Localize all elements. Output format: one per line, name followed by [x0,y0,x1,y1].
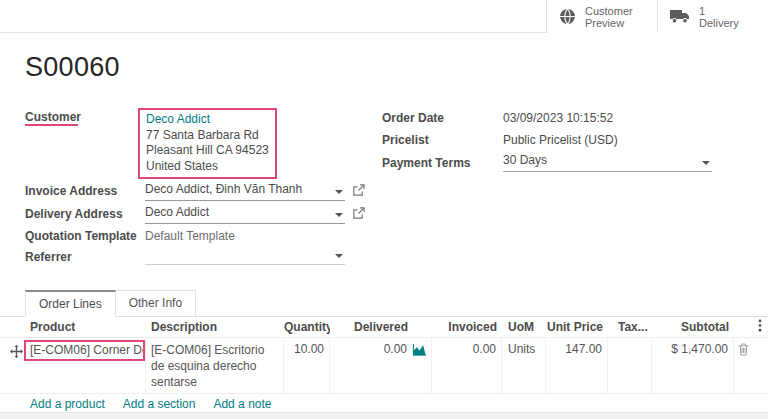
customer-label: Customer [25,110,81,124]
customer-preview-button[interactable]: Customer Preview [546,0,657,33]
order-line-footer-links: Add a product Add a section Add a note [30,397,272,411]
order-line-row[interactable]: [E-COM06] Corner Des... [E-COM06] Escrit… [0,338,768,394]
quotation-template-label: Quotation Template [25,229,137,243]
column-header-quantity[interactable]: Quantity [284,320,330,334]
payment-terms-field[interactable]: 30 Days [503,153,712,172]
delivery-address-label: Delivery Address [25,207,123,221]
delivered-value: 0.00 [384,342,407,356]
column-header-uom[interactable]: UoM [502,320,546,334]
external-link-icon[interactable] [352,184,365,197]
customer-link[interactable]: Deco Addict [146,112,269,128]
add-note-link[interactable]: Add a note [213,397,271,411]
referrer-label: Referrer [25,250,72,264]
quantity-cell[interactable]: 10.00 [284,338,330,393]
column-header-invoiced[interactable]: Invoiced [432,320,502,334]
invoiced-cell[interactable]: 0.00 [432,338,502,393]
product-name: [E-COM06] Corner Des... [24,340,145,361]
column-header-unit-price[interactable]: Unit Price [546,320,608,334]
truck-icon [670,9,690,24]
column-header-delivered[interactable]: Delivered [330,320,432,334]
page-background [0,412,768,419]
referrer-field[interactable] [145,246,345,265]
invoice-address-field[interactable]: Deco Addict, Đinh Văn Thanh [145,182,345,201]
delivery-button[interactable]: 1 Delivery [657,0,768,33]
chevron-down-icon[interactable] [335,213,343,217]
delivered-cell[interactable]: 0.00 [330,338,432,393]
customer-address-block: Deco Addict 77 Santa Barbara Rd Pleasant… [138,108,277,179]
payment-terms-label: Payment Terms [382,156,470,170]
globe-icon [559,8,576,25]
trash-icon [738,343,768,356]
uom-cell[interactable]: Units [502,338,546,393]
delivery-address-value: Deco Addict [145,205,209,219]
customer-address-line: 77 Santa Barbara Rd [146,128,269,144]
chevron-down-icon[interactable] [702,161,710,165]
tax-cell[interactable] [608,338,652,393]
column-header-description[interactable]: Description [146,320,284,334]
delivery-label: 1 Delivery [699,5,739,29]
chevron-down-icon[interactable] [335,190,343,194]
page-title: S00060 [25,52,120,83]
subtotal-cell: $ 1,470.00 [652,338,734,393]
description-cell[interactable]: [E-COM06] Escritorio de esquina derecho … [146,338,284,393]
notebook-tabs: Order Lines Other Info [25,290,196,317]
top-button-bar: Customer Preview 1 Delivery [0,0,768,33]
column-header-product[interactable]: Product [10,320,146,334]
sale-order-form: Customer Preview 1 Delivery [0,0,768,419]
order-date-value: 03/09/2023 10:15:52 [503,111,613,125]
tab-other-info[interactable]: Other Info [116,290,196,317]
delivery-address-field[interactable]: Deco Addict [145,205,345,224]
stat-button-group: Customer Preview 1 Delivery [546,0,768,33]
forecast-chart-icon[interactable] [412,343,427,356]
product-cell[interactable]: [E-COM06] Corner Des... [24,338,146,393]
add-section-link[interactable]: Add a section [123,397,196,411]
unit-price-cell[interactable]: 147.00 [546,338,608,393]
tab-order-lines[interactable]: Order Lines [25,290,116,317]
customer-preview-label: Customer Preview [585,5,633,29]
order-lines-header: Product Description Quantity Delivered I… [0,317,768,338]
delete-row-button[interactable] [734,338,768,393]
column-header-tax[interactable]: Tax... [608,320,652,334]
invoice-address-label: Invoice Address [25,184,117,198]
order-date-label: Order Date [382,111,444,125]
add-product-link[interactable]: Add a product [30,397,105,411]
drag-handle[interactable] [10,338,24,393]
invoice-address-value: Deco Addict, Đinh Văn Thanh [145,182,302,196]
external-link-icon[interactable] [352,207,365,220]
pricelist-value: Public Pricelist (USD) [503,133,618,147]
column-header-subtotal[interactable]: Subtotal [652,320,734,334]
pricelist-label: Pricelist [382,133,429,147]
chevron-down-icon[interactable] [335,254,343,258]
customer-label-highlight [25,124,78,126]
customer-address-line: Pleasant Hill CA 94523 [146,143,269,159]
optional-columns-toggle[interactable] [734,319,768,335]
payment-terms-value: 30 Days [503,153,547,167]
quotation-template-value: Default Template [145,229,235,243]
customer-address-line: United States [146,159,269,175]
